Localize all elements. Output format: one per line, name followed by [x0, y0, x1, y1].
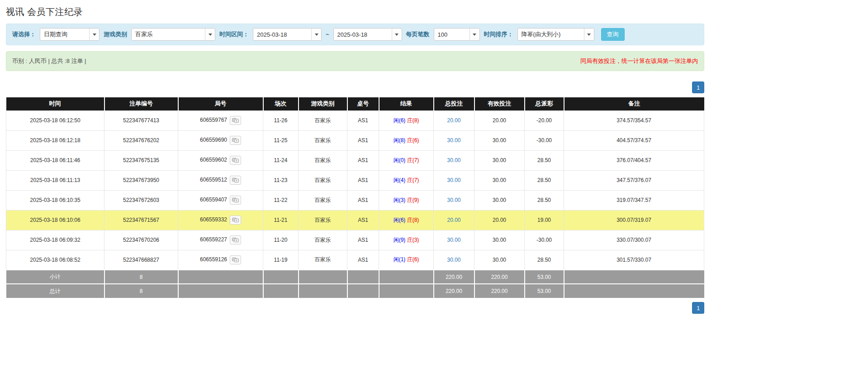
date-to-select[interactable]: 2025-03-18	[333, 28, 402, 41]
cell-bet-id: 522347677413	[104, 110, 178, 130]
cell-total-bet: 30.00	[434, 230, 474, 250]
cell-round-id: 606559690	[178, 130, 263, 150]
column-header: 局号	[178, 97, 263, 110]
subtotal-row: 小计8220.00220.0053.00	[6, 270, 704, 284]
cell-result: 闲(1) 庄(6)	[379, 250, 434, 270]
page-size-select[interactable]: 100	[434, 28, 480, 41]
table-row: 2025-03-18 06:09:32522347670206606559227…	[6, 230, 704, 250]
cell-remark: 330.07/300.07	[564, 230, 704, 250]
total-bet-link[interactable]: 30.00	[447, 257, 460, 263]
date-from-select[interactable]: 2025-03-18	[253, 28, 322, 41]
bet-table-foot: 小计8220.00220.0053.00总计8220.00220.0053.00	[6, 270, 704, 298]
total-row: 总计8220.00220.0053.00	[6, 284, 704, 298]
summary-total-bet: 220.00	[434, 270, 474, 284]
pagination-bottom: 1	[6, 302, 704, 314]
summary-valid-bet: 220.00	[474, 270, 525, 284]
summary-empty-cell	[347, 270, 379, 284]
chevron-down-icon[interactable]	[470, 29, 479, 40]
round-id-text: 606559690	[200, 137, 227, 143]
cell-total-bet: 30.00	[434, 170, 474, 190]
cell-result: 闲(9) 庄(3)	[379, 230, 434, 250]
summary-count: 8	[104, 284, 178, 298]
cell-valid-bet: 30.00	[474, 250, 525, 270]
cell-session: 11-25	[263, 130, 299, 150]
column-header: 时间	[6, 97, 104, 110]
page-container: 视讯 会员下注纪录 请选择： 日期查询 游戏类别 百家乐 时间区间： 2025-…	[6, 6, 704, 314]
summary-empty-cell	[299, 270, 347, 284]
range-separator: ~	[326, 31, 329, 38]
search-button[interactable]: 查询	[601, 28, 625, 41]
summary-empty-cell	[299, 284, 347, 298]
round-detail-button[interactable]	[230, 255, 241, 264]
total-bet-link[interactable]: 30.00	[447, 177, 460, 183]
cell-remark: 347.57/376.07	[564, 170, 704, 190]
cell-round-id: 606559407	[178, 190, 263, 210]
cell-session: 11-21	[263, 210, 299, 230]
summary-empty-cell	[178, 284, 263, 298]
total-bet-link[interactable]: 30.00	[447, 157, 460, 163]
result-banker: 庄(7)	[407, 157, 419, 163]
cards-icon	[232, 217, 239, 223]
round-id-text: 606559227	[200, 236, 227, 243]
game-type-select[interactable]: 百家乐	[131, 28, 215, 41]
cell-time: 2025-03-18 06:11:46	[6, 150, 104, 170]
summary-empty-cell	[379, 284, 434, 298]
time-sort-select[interactable]: 降幂(由大到小)	[517, 28, 594, 41]
cell-table-no: AS1	[347, 250, 379, 270]
date-to-value: 2025-03-18	[334, 29, 392, 40]
round-detail-button[interactable]	[230, 196, 241, 205]
cell-session: 11-22	[263, 190, 299, 210]
column-header: 桌号	[347, 97, 379, 110]
cell-bet-id: 522347668827	[104, 250, 178, 270]
page-1-button[interactable]: 1	[692, 302, 704, 314]
total-bet-link[interactable]: 30.00	[447, 197, 460, 203]
cell-valid-bet: 30.00	[474, 150, 525, 170]
column-header: 有效投注	[474, 97, 525, 110]
chevron-down-icon[interactable]	[584, 29, 594, 40]
cell-game-type: 百家乐	[299, 210, 347, 230]
total-bet-link[interactable]: 20.00	[447, 117, 460, 124]
cell-valid-bet: 30.00	[474, 230, 525, 250]
round-detail-button[interactable]	[230, 176, 241, 185]
time-sort-value: 降幂(由大到小)	[518, 29, 584, 40]
cell-result: 闲(8) 庄(6)	[379, 130, 434, 150]
total-bet-link[interactable]: 30.00	[447, 137, 460, 144]
cards-icon	[232, 257, 239, 263]
query-type-select[interactable]: 日期查询	[40, 28, 100, 41]
summary-empty-cell	[263, 270, 299, 284]
cell-round-id: 606559767	[178, 110, 263, 130]
page-title: 视讯 会员下注纪录	[6, 6, 704, 18]
column-header: 场次	[263, 97, 299, 110]
cell-payout: 28.50	[525, 190, 564, 210]
chevron-down-icon[interactable]	[311, 29, 321, 40]
cards-icon	[232, 118, 239, 123]
chevron-down-icon[interactable]	[205, 29, 215, 40]
game-type-label: 游戏类别	[104, 30, 127, 38]
cell-time: 2025-03-18 06:12:50	[6, 110, 104, 130]
result-banker: 庄(9)	[407, 197, 419, 203]
cell-time: 2025-03-18 06:08:52	[6, 250, 104, 270]
cell-game-type: 百家乐	[299, 190, 347, 210]
cell-table-no: AS1	[347, 230, 379, 250]
round-detail-button[interactable]	[230, 136, 241, 145]
round-detail-button[interactable]	[230, 235, 241, 244]
page-1-button[interactable]: 1	[692, 81, 704, 93]
select-type-label: 请选择：	[12, 30, 36, 38]
round-detail-button[interactable]	[230, 116, 241, 125]
total-bet-link[interactable]: 30.00	[447, 237, 460, 243]
round-detail-button[interactable]	[230, 216, 241, 225]
cell-valid-bet: 30.00	[474, 130, 525, 150]
cell-payout: -30.00	[525, 130, 564, 150]
notice-text: 同局有效投注，统一计算在该局第一张注单内	[580, 57, 698, 65]
chevron-down-icon[interactable]	[392, 29, 402, 40]
summary-empty-cell	[263, 284, 299, 298]
cards-icon	[232, 177, 239, 183]
summary-total-bet: 220.00	[434, 284, 474, 298]
result-player: 闲(4)	[394, 177, 406, 183]
cell-game-type: 百家乐	[299, 110, 347, 130]
total-bet-link[interactable]: 20.00	[447, 217, 460, 223]
cell-time: 2025-03-18 06:11:13	[6, 170, 104, 190]
round-detail-button[interactable]	[230, 156, 241, 165]
cell-bet-id: 522347673950	[104, 170, 178, 190]
chevron-down-icon[interactable]	[89, 29, 99, 40]
